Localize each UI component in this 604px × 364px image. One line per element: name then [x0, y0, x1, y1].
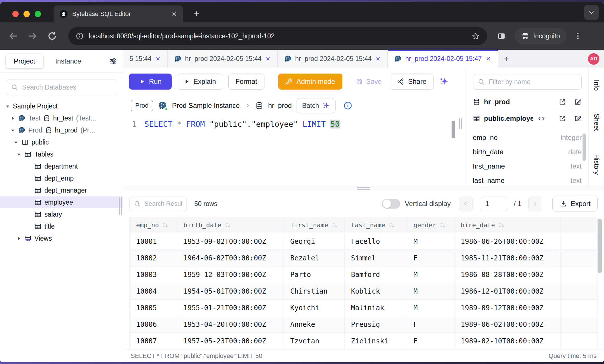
schema-column-first_name[interactable]: first_nametext [473, 159, 582, 173]
editor-tab-2[interactable]: hr_prod 2024-02-05 15:44 [168, 50, 278, 68]
user-avatar[interactable]: AD [588, 53, 599, 65]
cell-gender[interactable]: M [407, 266, 454, 283]
column-header-birth_date[interactable]: birth_date [177, 217, 284, 233]
back-icon[interactable] [8, 31, 18, 41]
vertical-display-toggle[interactable] [382, 199, 400, 209]
export-button[interactable]: Export [552, 196, 598, 211]
schema-filter-input[interactable] [489, 78, 577, 86]
tab-close-icon[interactable] [485, 56, 491, 62]
cell-emp_no[interactable]: 10007 [130, 333, 177, 349]
editor-scrollbar[interactable] [452, 121, 455, 138]
external-link-icon[interactable] [558, 98, 566, 106]
column-header-first_name[interactable]: first_name [284, 217, 345, 233]
side-panel-icon[interactable] [497, 31, 506, 41]
cell-birth_date[interactable]: 1964-06-02T00:00:00Z [177, 250, 284, 266]
editor-tab-4[interactable]: hr_prod 2024-02-05 15:47 [388, 50, 498, 68]
bookmark-star-icon[interactable] [472, 32, 480, 40]
cell-hire_date[interactable]: 1986-12-01T00:00:00Z [454, 283, 560, 300]
close-window-button[interactable] [12, 11, 19, 17]
cell-last_name[interactable]: Facello [345, 233, 407, 250]
tree-item-dept_emp[interactable]: dept_emp [0, 172, 123, 184]
tree-item-hr_prod[interactable]: Prodhr_prod(Pr… [0, 124, 123, 136]
cell-hire_date[interactable]: 1989-02-10T00:00:00Z [454, 333, 560, 349]
cell-first_name[interactable]: Parto [284, 266, 345, 283]
save-button[interactable]: Save [356, 78, 382, 86]
tab-close-icon[interactable] [155, 56, 161, 62]
results-scrollbar[interactable] [598, 219, 602, 273]
next-page-button[interactable] [528, 197, 542, 211]
cell-birth_date[interactable]: 1953-09-02T00:00:00Z [177, 233, 284, 250]
cell-emp_no[interactable]: 10004 [130, 283, 177, 300]
schema-filter[interactable] [473, 74, 582, 90]
cell-hire_date[interactable]: 1986-08-28T00:00:00Z [454, 266, 560, 283]
cell-hire_date[interactable]: 1986-06-26T00:00:00Z [454, 233, 560, 250]
sort-icon[interactable] [498, 222, 505, 228]
reload-icon[interactable] [47, 31, 57, 41]
cell-last_name[interactable]: Zielinski [345, 333, 407, 349]
share-button[interactable]: Share [390, 74, 434, 90]
cell-gender[interactable]: M [407, 283, 454, 300]
rail-tab-sheet[interactable]: Sheet [589, 103, 604, 142]
forward-icon[interactable] [28, 31, 38, 41]
schema-column-last_name[interactable]: last_nametext [473, 173, 582, 187]
cell-first_name[interactable]: Georgi [284, 233, 345, 250]
tree-item-title[interactable]: title [0, 220, 123, 232]
tree-item-hr_test[interactable]: Testhr_test(Test… [0, 112, 123, 124]
tree-item-Sample Project[interactable]: Sample Project [0, 100, 123, 112]
results-search-input[interactable] [144, 200, 183, 207]
schema-column-emp_no[interactable]: emp_nointeger [473, 130, 582, 145]
sql-editor[interactable]: 1 SELECT*FROM"public"."employee"LIMIT50 [123, 116, 466, 187]
sort-icon[interactable] [440, 222, 446, 228]
column-header-hire_date[interactable]: hire_date [454, 217, 560, 233]
editor-tab-1[interactable]: 5 15:44 [123, 50, 168, 68]
cell-first_name[interactable]: Anneke [284, 316, 345, 333]
cell-gender[interactable]: M [407, 233, 454, 250]
url-bar[interactable]: localhost:8080/sql-editor/prod-sample-in… [68, 27, 487, 45]
cell-first_name[interactable]: Tzvetan [284, 333, 345, 349]
tree-item-department[interactable]: department [0, 160, 123, 172]
cell-last_name[interactable]: Bamford [345, 266, 407, 283]
rail-tab-history[interactable]: History [589, 142, 604, 187]
schema-column-birth_date[interactable]: birth_datedate [473, 145, 582, 159]
browser-tab[interactable]: Bytebase SQL Editor [54, 5, 183, 22]
results-search[interactable] [130, 197, 187, 211]
caret-right-icon[interactable] [10, 116, 15, 121]
external-link-icon[interactable] [558, 115, 566, 122]
minimize-window-button[interactable] [23, 11, 30, 17]
run-button[interactable]: Run [129, 74, 172, 90]
cell-emp_no[interactable]: 10001 [130, 233, 177, 250]
cell-emp_no[interactable]: 10005 [130, 300, 177, 316]
caret-down-icon[interactable] [5, 104, 10, 109]
cell-last_name[interactable]: Simmel [345, 250, 407, 266]
page-number-input[interactable] [480, 197, 508, 211]
browser-menu-icon[interactable] [574, 32, 582, 40]
environment-chip[interactable]: Prod [131, 100, 153, 111]
cell-gender[interactable]: F [407, 250, 454, 266]
zoom-window-button[interactable] [35, 11, 41, 17]
caret-down-icon[interactable] [13, 140, 18, 145]
sort-icon[interactable] [332, 222, 338, 228]
ai-sparkles-icon[interactable] [439, 77, 449, 86]
tab-close-icon[interactable] [375, 56, 381, 62]
panel-resize-handle[interactable] [459, 118, 462, 129]
cell-birth_date[interactable]: 1959-12-03T00:00:00Z [177, 266, 284, 283]
tab-project[interactable]: Project [6, 54, 43, 68]
tree-item-employee[interactable]: employee [0, 196, 123, 208]
info-circle-icon[interactable] [343, 101, 352, 110]
tab-close-icon[interactable] [265, 56, 271, 62]
sidebar-resize-handle[interactable] [119, 197, 122, 215]
cell-hire_date[interactable]: 1989-06-02T00:00:00Z [454, 316, 560, 333]
code-icon[interactable] [538, 115, 545, 122]
cell-hire_date[interactable]: 1989-09-12T00:00:00Z [454, 300, 560, 316]
column-header-emp_no[interactable]: emp_no [130, 217, 177, 233]
cell-first_name[interactable]: Chirstian [284, 283, 345, 300]
editor-tab-3[interactable]: hr_prod 2024-02-05 15:44 [278, 50, 388, 68]
format-button[interactable]: Format [228, 74, 264, 90]
tab-instance[interactable]: Instance [55, 57, 81, 65]
url-text[interactable]: localhost:8080/sql-editor/prod-sample-in… [89, 32, 466, 40]
filter-settings-icon[interactable] [109, 57, 117, 66]
prev-page-button[interactable] [459, 197, 472, 211]
instance-name[interactable]: Prod Sample Instance [172, 102, 240, 110]
cell-gender[interactable]: M [407, 300, 454, 316]
rail-tab-info[interactable]: Info [589, 68, 604, 103]
